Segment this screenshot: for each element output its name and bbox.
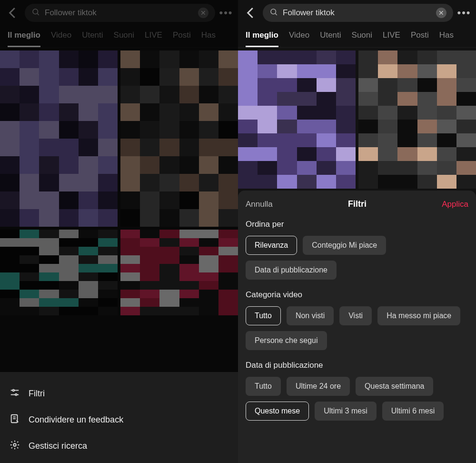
filter-panel: Annulla Filtri Applica Ordina per Rileva… (238, 191, 476, 463)
video-thumb (238, 50, 356, 189)
gear-icon (10, 440, 20, 453)
tabs: Il meglio Video Utenti Suoni LIVE Posti … (0, 26, 238, 48)
more-icon[interactable]: ••• (220, 7, 232, 19)
filter-chip[interactable]: Non visti (287, 306, 334, 325)
tab-live[interactable]: LIVE (383, 30, 400, 47)
back-icon[interactable] (6, 6, 20, 20)
action-filters-label: Filtri (29, 389, 45, 399)
right-pane: Follower tiktok ✕ ••• Il meglio Video Ut… (238, 0, 476, 463)
topbar: Follower tiktok ✕ ••• (238, 0, 476, 26)
filter-title: Filtri (348, 199, 367, 209)
action-manage[interactable]: Gestisci ricerca (8, 433, 230, 459)
search-icon (269, 8, 278, 18)
tab-best[interactable]: Il meglio (246, 30, 278, 47)
apply-button[interactable]: Applica (442, 200, 468, 209)
action-feedback[interactable]: Condividere un feedback (8, 407, 230, 433)
sort-label: Ordina per (246, 220, 468, 229)
filter-chip[interactable]: Rilevanza (246, 236, 297, 255)
search-box[interactable]: Follower tiktok ✕ (25, 4, 215, 22)
cancel-button[interactable]: Annulla (246, 200, 273, 209)
filter-chip[interactable]: Questa settimana (356, 377, 433, 396)
video-thumb (120, 50, 238, 227)
date-options: TuttoUltime 24 oreQuesta settimanaQuesto… (246, 377, 468, 421)
category-options: TuttoNon vistiVistiHa messo mi piacePers… (246, 306, 468, 350)
video-thumb (358, 50, 476, 189)
filter-chip[interactable]: Tutto (246, 306, 281, 325)
filter-chip[interactable]: Questo mese (246, 402, 309, 421)
filter-chip[interactable]: Ultimi 6 mesi (382, 402, 444, 421)
clear-search-icon[interactable]: ✕ (198, 8, 208, 18)
svg-point-3 (12, 390, 14, 392)
more-icon[interactable]: ••• (458, 7, 470, 19)
clear-search-icon[interactable]: ✕ (436, 8, 446, 18)
filter-chip[interactable]: Ultime 24 ore (287, 377, 350, 396)
video-thumb (120, 230, 238, 315)
topbar: Follower tiktok ✕ ••• (0, 0, 238, 26)
svg-point-9 (13, 443, 16, 446)
video-card[interactable] (0, 230, 118, 315)
video-card[interactable] (358, 50, 476, 189)
video-card[interactable] (120, 50, 238, 227)
svg-point-10 (271, 9, 276, 14)
feedback-icon (10, 413, 20, 426)
video-thumb (0, 50, 118, 227)
filter-chip[interactable]: Ha messo mi piace (377, 306, 460, 325)
svg-line-1 (37, 13, 39, 15)
filters-icon (10, 387, 20, 400)
back-icon[interactable] (244, 6, 258, 20)
filter-header: Annulla Filtri Applica (246, 199, 468, 209)
category-label: Categoria video (246, 290, 468, 300)
video-card[interactable] (0, 50, 118, 227)
filter-chip[interactable]: Data di pubblicazione (246, 261, 337, 280)
tab-sounds[interactable]: Suoni (352, 30, 372, 47)
tab-users[interactable]: Utenti (320, 30, 341, 47)
svg-point-5 (15, 394, 17, 396)
action-feedback-label: Condividere un feedback (29, 415, 123, 425)
results-grid (0, 48, 238, 318)
svg-line-11 (275, 13, 277, 15)
filter-chip[interactable]: Tutto (246, 377, 281, 396)
tab-hash[interactable]: Has (439, 30, 454, 47)
tab-best[interactable]: Il meglio (8, 30, 40, 47)
tab-video[interactable]: Video (289, 30, 309, 47)
tab-hash[interactable]: Has (201, 30, 216, 47)
date-label: Data di pubblicazione (246, 361, 468, 370)
video-thumb (0, 230, 118, 315)
tab-video[interactable]: Video (51, 30, 71, 47)
filter-chip[interactable]: Persone che segui (246, 331, 327, 350)
video-card[interactable] (238, 50, 356, 189)
tab-places[interactable]: Posti (411, 30, 429, 47)
search-input[interactable]: Follower tiktok (45, 8, 193, 18)
tab-places[interactable]: Posti (173, 30, 191, 47)
filter-chip[interactable]: Visti (339, 306, 372, 325)
filter-chip[interactable]: Ultimi 3 mesi (315, 402, 377, 421)
tab-live[interactable]: LIVE (145, 30, 162, 47)
tabs: Il meglio Video Utenti Suoni LIVE Posti … (238, 26, 476, 48)
action-manage-label: Gestisci ricerca (29, 441, 87, 451)
video-card[interactable] (120, 230, 238, 315)
tab-sounds[interactable]: Suoni (114, 30, 134, 47)
search-icon (31, 8, 40, 18)
left-pane: Follower tiktok ✕ ••• Il meglio Video Ut… (0, 0, 238, 463)
filter-chip[interactable]: Conteggio Mi piace (303, 236, 386, 255)
action-filters[interactable]: Filtri (8, 381, 230, 407)
action-sheet: Filtri Condividere un feedback Gestisci … (0, 372, 238, 463)
tab-users[interactable]: Utenti (82, 30, 103, 47)
search-input[interactable]: Follower tiktok (283, 8, 431, 18)
svg-point-0 (33, 9, 38, 14)
search-box[interactable]: Follower tiktok ✕ (263, 4, 453, 22)
results-grid (238, 48, 476, 191)
sort-options: RilevanzaConteggio Mi piaceData di pubbl… (246, 236, 468, 280)
